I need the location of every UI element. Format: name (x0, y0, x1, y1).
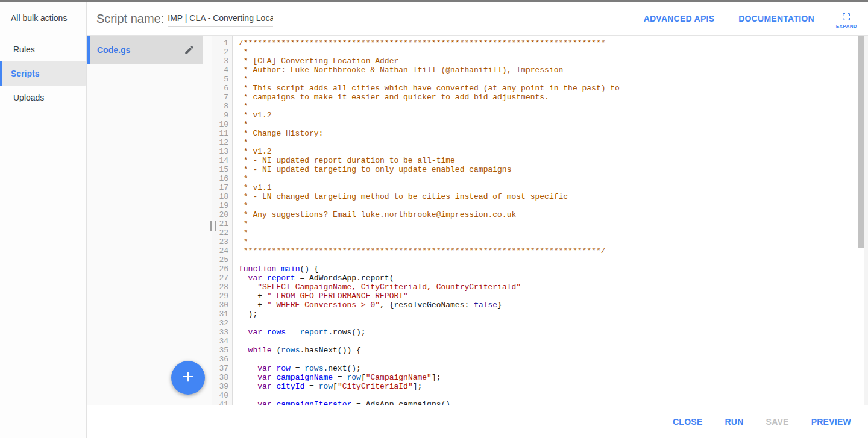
action-bar: CLOSERUNSAVEPREVIEW (87, 405, 868, 438)
code-line[interactable]: * (239, 237, 868, 246)
line-number: 17 (212, 183, 232, 192)
scripts-editor-dialog: All bulk actions RulesScriptsUploads Scr… (0, 2, 868, 438)
code-line[interactable]: * (239, 219, 868, 228)
code-line[interactable] (239, 255, 868, 264)
expand-button[interactable]: EXPAND (836, 12, 857, 29)
code-line[interactable]: * (239, 120, 868, 129)
add-script-fab[interactable] (171, 361, 205, 395)
code-line[interactable]: + " WHERE Conversions > 0", {resolveGeoN… (239, 301, 868, 310)
file-item-code-gs[interactable]: Code.gs (87, 36, 203, 64)
code-line[interactable]: var row = rows.next(); (239, 364, 868, 373)
line-number: 10 (212, 120, 232, 129)
plus-icon (180, 369, 196, 387)
documentation-link[interactable]: DOCUMENTATION (738, 14, 814, 23)
code-line[interactable]: + " FROM GEO_PERFORMANCE_REPORT" (239, 292, 868, 301)
sidebar-item-uploads[interactable]: Uploads (0, 86, 86, 110)
code-line[interactable]: * - NI updated report duration to be all… (239, 156, 868, 165)
code-line[interactable]: "SELECT CampaignName, CityCriteriaId, Co… (239, 283, 868, 292)
line-number: 25 (212, 255, 232, 264)
code-line[interactable]: * (239, 174, 868, 183)
code-line[interactable]: * Author: Luke Northbrooke & Nathan Ifil… (239, 66, 868, 75)
code-lines[interactable]: /***************************************… (233, 36, 868, 405)
panel-resize-handle[interactable] (210, 221, 216, 231)
code-line[interactable]: var report = AdWordsApp.report( (239, 274, 868, 283)
code-line[interactable]: ****************************************… (239, 246, 868, 255)
script-header: Script name: ADVANCED APIS DOCUMENTATION… (87, 2, 868, 36)
code-line[interactable] (239, 319, 868, 328)
line-number: 34 (212, 337, 232, 346)
line-number: 5 (212, 75, 232, 84)
advanced-apis-link[interactable]: ADVANCED APIS (644, 14, 715, 23)
code-line[interactable]: * - LN changed targeting method to be ci… (239, 192, 868, 201)
header-actions: ADVANCED APIS DOCUMENTATION EXPAND (620, 8, 868, 29)
line-number: 9 (212, 111, 232, 120)
sidebar-item-all-bulk-actions[interactable]: All bulk actions (0, 2, 86, 23)
code-line[interactable]: * campaigns to make it easier and quicke… (239, 93, 868, 102)
code-line[interactable]: var rows = report.rows(); (239, 328, 868, 337)
code-line[interactable]: var campaignName = row["CampaignName"]; (239, 373, 868, 382)
line-number: 35 (212, 346, 232, 355)
sidebar-item-scripts[interactable]: Scripts (0, 61, 86, 86)
line-number: 31 (212, 310, 232, 319)
editor-scrollbar-thumb[interactable] (858, 36, 864, 248)
line-number: 14 (212, 156, 232, 165)
code-line[interactable]: * v1.2 (239, 147, 868, 156)
code-editor: 1234567891011121314151617181920212223242… (212, 36, 868, 405)
preview-button[interactable]: PREVIEW (811, 417, 851, 427)
code-line[interactable]: * This script adds all cities which have… (239, 84, 868, 93)
line-number: 26 (212, 264, 232, 274)
line-number: 19 (212, 201, 232, 210)
expand-label: EXPAND (836, 23, 857, 29)
sidebar-item-label: Uploads (13, 93, 44, 102)
code-line[interactable]: * (239, 102, 868, 111)
code-line[interactable] (239, 355, 868, 364)
code-line[interactable]: var cityId = row["CityCriteriaId"]; (239, 382, 868, 391)
code-line[interactable] (239, 391, 868, 400)
code-line[interactable]: var campaignIterator = AdsApp.campaigns(… (239, 400, 868, 405)
line-number: 38 (212, 373, 232, 382)
line-number: 36 (212, 355, 232, 364)
line-number: 16 (212, 174, 232, 183)
code-line[interactable]: * v1.1 (239, 183, 868, 192)
crop-free-icon (841, 12, 851, 22)
code-line[interactable]: * Change History: (239, 129, 868, 138)
editor-content: Code.gs 12345678910111213141516171819202… (87, 36, 868, 405)
pencil-icon[interactable] (184, 45, 195, 55)
code-line[interactable]: * (239, 48, 868, 57)
line-number: 4 (212, 66, 232, 75)
code-line[interactable]: * - NI updated targeting to only update … (239, 165, 868, 174)
line-number: 40 (212, 391, 232, 400)
line-number: 39 (212, 382, 232, 391)
code-line[interactable]: * [CLA] Converting Location Adder (239, 57, 868, 66)
code-line[interactable]: * Any suggestions? Email luke.northbrook… (239, 210, 868, 219)
line-number: 32 (212, 319, 232, 328)
line-number: 37 (212, 364, 232, 373)
run-button[interactable]: RUN (725, 417, 743, 427)
line-number: 2 (212, 48, 232, 57)
line-number: 20 (212, 210, 232, 219)
script-name-input[interactable] (168, 13, 273, 27)
code-line[interactable]: * (239, 201, 868, 210)
code-line[interactable]: * (239, 228, 868, 237)
line-number: 41 (212, 400, 232, 405)
line-number: 3 (212, 57, 232, 66)
line-number: 18 (212, 192, 232, 201)
line-number: 15 (212, 165, 232, 174)
code-line[interactable]: * v1.2 (239, 111, 868, 120)
code-line[interactable]: while (rows.hasNext()) { (239, 346, 868, 355)
close-button[interactable]: CLOSE (673, 417, 702, 427)
line-number: 1 (212, 39, 232, 48)
sidebar-divider (14, 33, 72, 33)
code-line[interactable]: ); (239, 310, 868, 319)
code-line[interactable]: * (239, 138, 868, 147)
code-line[interactable]: * (239, 75, 868, 84)
line-number: 27 (212, 274, 232, 283)
code-line[interactable] (239, 337, 868, 346)
sidebar-item-rules[interactable]: Rules (0, 37, 86, 61)
line-number: 13 (212, 147, 232, 156)
line-number: 12 (212, 138, 232, 147)
save-button[interactable]: SAVE (766, 417, 789, 427)
code-line[interactable]: function main() { (239, 264, 868, 274)
line-number: 11 (212, 129, 232, 138)
code-line[interactable]: /***************************************… (239, 39, 868, 48)
